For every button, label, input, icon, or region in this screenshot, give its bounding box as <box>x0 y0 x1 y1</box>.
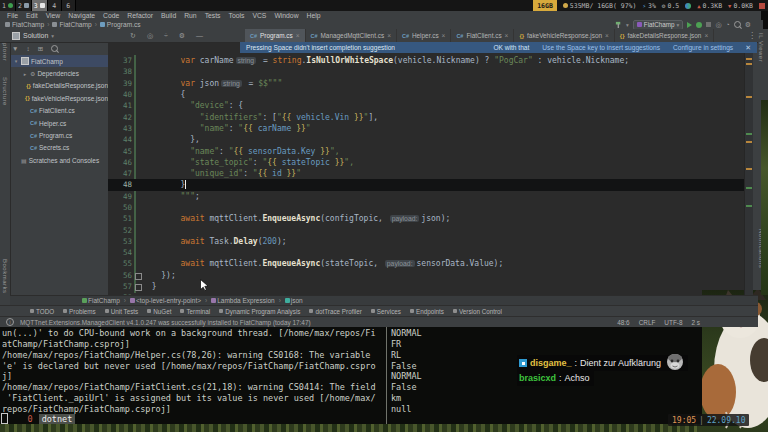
build-icon[interactable] <box>615 21 622 28</box>
line-separator[interactable]: CRLF <box>639 319 656 326</box>
code-line[interactable]: 37 var carNamestring = string.IsNullOrWh… <box>108 55 744 66</box>
code-line[interactable]: 38 <box>108 66 744 77</box>
hide-panel-icon[interactable]: — <box>196 32 203 39</box>
tab-ManagedMqttClient.cs[interactable]: C#ManagedMqttClient.cs× <box>306 29 397 42</box>
indent-setting[interactable]: 2 s <box>691 319 700 326</box>
settings-gear-icon[interactable]: ⚙ <box>745 21 751 28</box>
breadcrumb-item[interactable]: Program.cs <box>100 21 141 28</box>
workspace-button[interactable]: 1 <box>0 0 16 11</box>
close-icon[interactable]: × <box>505 32 509 39</box>
tree-item-fakeDetailsResponse.json[interactable]: {}fakeDetailsResponse.json <box>10 80 108 92</box>
solution-view-dropdown-icon[interactable]: ▾ <box>51 33 54 39</box>
filter-icon[interactable]: ▼ <box>12 45 18 52</box>
close-icon[interactable]: × <box>704 32 708 39</box>
menu-run[interactable]: Run <box>180 11 200 20</box>
panel-settings-icon[interactable]: ⚙ <box>179 32 185 40</box>
code-line[interactable]: 47 "unique_id": "{{ id }}" <box>108 168 744 179</box>
toolwindow-terminal[interactable]: Terminal <box>180 308 210 315</box>
toolwindow-services[interactable]: Services <box>371 308 401 315</box>
menu-navigate[interactable]: Navigate <box>64 11 99 20</box>
close-icon[interactable]: × <box>387 32 391 39</box>
menu-file[interactable]: File <box>3 11 22 20</box>
tree-item-Helper.cs[interactable]: C#Helper.cs <box>10 117 108 129</box>
code-line[interactable]: 51 await mqttClient.EnqueueAsync(configT… <box>108 213 744 224</box>
warning-mark[interactable] <box>746 96 752 98</box>
locate-file-icon[interactable]: ◎ <box>147 32 153 40</box>
warning-mark[interactable] <box>746 141 752 143</box>
caret-position[interactable]: 48:6 <box>617 319 629 326</box>
fold-icon[interactable] <box>135 273 142 280</box>
workspace-button[interactable]: 2 <box>16 0 32 11</box>
tree-item-Secrets.cs[interactable]: C#Secrets.cs <box>10 142 108 154</box>
toolwindow-dynamic-program-analysis[interactable]: Dynamic Program Analysis <box>219 308 300 315</box>
menu-build[interactable]: Build <box>157 11 180 20</box>
tab-Program.cs[interactable]: C#Program.cs× <box>245 29 306 42</box>
tool-stripe-bookmarks[interactable]: Bookmarks <box>2 259 8 294</box>
warning-mark[interactable] <box>746 168 752 170</box>
debug-button[interactable] <box>696 22 702 28</box>
close-icon[interactable]: × <box>442 32 446 39</box>
tree-item-Program.cs[interactable]: C#Program.cs <box>10 129 108 141</box>
terminal-prompt[interactable]: 0 dotnet <box>1 413 75 424</box>
code-line[interactable]: 45 "name": "{{ sensorData.Key }}", <box>108 145 744 156</box>
tab-fakeDetailsResponse.json[interactable]: {}fakeDetailsResponse.json× <box>615 29 714 42</box>
tool-stripe-il-viewer[interactable]: IL Viewer <box>758 33 764 62</box>
solution-panel-header[interactable]: Solution ▾ <box>12 29 54 42</box>
code-editor[interactable]: 37 var carNamestring = string.IsNullOrWh… <box>108 42 744 295</box>
close-icon[interactable]: × <box>605 32 609 39</box>
tree-item-fakeVehicleResponse.json[interactable]: {}fakeVehicleResponse.json <box>10 92 108 104</box>
tab-Helper.cs[interactable]: C#Helper.cs× <box>397 29 451 42</box>
panel-search-icon[interactable] <box>51 45 58 52</box>
change-mark[interactable] <box>746 133 752 135</box>
code-line[interactable]: 50 <box>108 202 744 213</box>
toolwindow-endpoints[interactable]: Endpoints <box>410 308 444 315</box>
tree-item-Scratches and Consoles[interactable]: ▤Scratches and Consoles <box>10 154 108 166</box>
tree-item-FiatChamp[interactable]: ▾FiatChamp <box>10 55 108 67</box>
coverage-button[interactable]: ◎ <box>715 21 721 28</box>
warning-mark[interactable] <box>746 63 752 65</box>
code-line[interactable]: 40 { <box>108 89 744 100</box>
code-line[interactable]: 42 "identifiers": ["{{ vehicle.Vin }}"], <box>108 111 744 122</box>
code-line[interactable]: 53 await Task.Delay(200); <box>108 236 744 247</box>
refresh-icon[interactable]: ↻ <box>130 32 136 40</box>
collapse-all-icon[interactable]: ÷ <box>164 32 168 39</box>
code-line[interactable]: 49 """; <box>108 191 744 202</box>
menu-vcs[interactable]: VCS <box>248 11 270 20</box>
breadcrumb-item-lambda[interactable]: Lambda Expression <box>211 297 274 304</box>
toolwindow-unit-tests[interactable]: Unit Tests <box>105 308 139 315</box>
tree-item-FiatClient.cs[interactable]: C#FiatClient.cs <box>10 105 108 117</box>
stop-button[interactable] <box>706 22 711 27</box>
code-line[interactable]: 46 "state_topic": "{{ stateTopic }}", <box>108 157 744 168</box>
run-button[interactable] <box>687 22 692 28</box>
banner-close-icon[interactable]: ✕ <box>745 44 751 52</box>
code-line[interactable]: 55 await mqttClient.EnqueueAsync(stateTo… <box>108 258 744 269</box>
toolwindow-todo[interactable]: TODO <box>30 308 54 315</box>
file-encoding[interactable]: UTF-8 <box>664 319 682 326</box>
workspace-button[interactable]: 4 <box>48 0 62 11</box>
tree-chevron-icon[interactable]: ▾ <box>13 58 19 64</box>
fold-icon[interactable] <box>135 284 142 291</box>
banner-action[interactable]: Use the Space key to insert suggestions <box>542 44 660 51</box>
code-line[interactable]: 52 <box>108 224 744 235</box>
code-line[interactable]: 44 }, <box>108 134 744 145</box>
expand-icon[interactable]: ⊞ <box>38 45 43 53</box>
breadcrumb-item[interactable]: FiatChamp <box>5 21 44 28</box>
change-mark[interactable] <box>746 187 752 189</box>
breadcrumb-item-entry[interactable]: <top-level-entry-point> <box>130 297 201 304</box>
menu-window[interactable]: Window <box>270 11 302 20</box>
banner-action[interactable]: Configure in settings <box>673 44 733 51</box>
toolwindow-dottrace-profiler[interactable]: dotTrace Profiler <box>309 308 361 315</box>
menu-tools[interactable]: Tools <box>225 11 249 20</box>
breadcrumb-item-json[interactable]: json <box>285 297 303 304</box>
menu-help[interactable]: Help <box>303 11 325 20</box>
breadcrumb-item[interactable]: FiatChamp <box>52 21 91 28</box>
search-everywhere-icon[interactable] <box>734 21 741 28</box>
breadcrumb-item-module[interactable]: FiatChamp <box>82 297 120 304</box>
tree-chevron-icon[interactable]: ▸ <box>22 71 28 77</box>
change-mark[interactable] <box>746 205 752 207</box>
status-message[interactable]: MQTTnet.Extensions.ManagedClient v4.1.0.… <box>20 319 311 326</box>
menu-tests[interactable]: Tests <box>201 11 225 20</box>
tab-FiatClient.cs[interactable]: C#FiatClient.cs× <box>451 29 514 42</box>
tool-stripe-structure[interactable]: Structure <box>2 77 8 106</box>
code-line[interactable]: 43 "name": "{{ carName }}" <box>108 123 744 134</box>
